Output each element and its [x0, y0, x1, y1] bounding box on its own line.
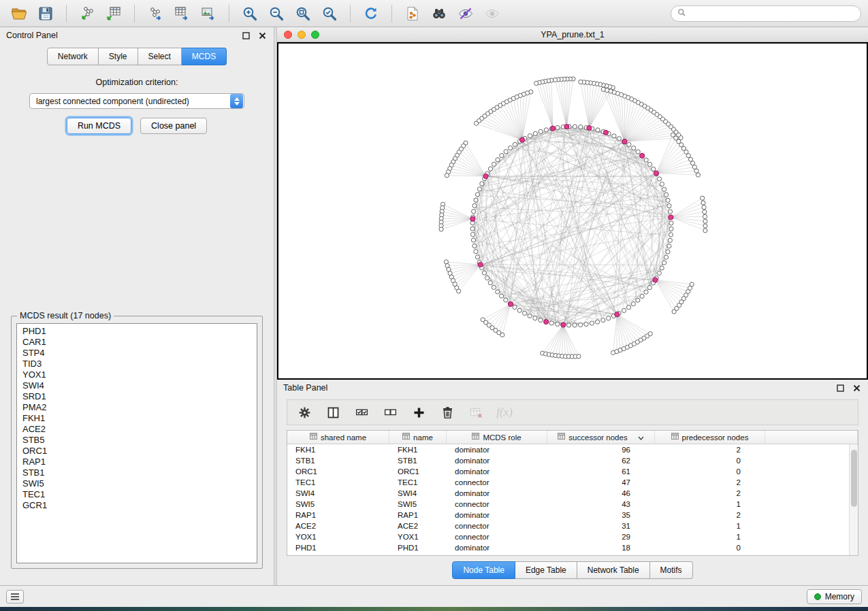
- table-row[interactable]: SWI4SWI4dominator462: [287, 488, 858, 499]
- mcds-result-node[interactable]: STB5: [17, 435, 257, 446]
- tab-select[interactable]: Select: [138, 48, 182, 65]
- mcds-result-list[interactable]: PHD1CAR1STP4TID3YOX1SWI4SRD1PMA2FKH1ACE2…: [16, 323, 257, 563]
- mcds-result-node[interactable]: ORC1: [17, 446, 257, 457]
- optimization-criterion-select[interactable]: largest connected component (undirected): [29, 93, 244, 109]
- zoom-in-icon[interactable]: [238, 3, 262, 24]
- mcds-result-node[interactable]: TID3: [17, 359, 257, 369]
- mcds-result-node[interactable]: SWI5: [17, 478, 257, 489]
- table-scrollbar[interactable]: [849, 444, 858, 555]
- control-panel: Control Panel NetworkStyleSelectMCDS Opt…: [0, 27, 274, 585]
- close-table-panel-icon[interactable]: [851, 382, 862, 393]
- deselect-all-rows-icon[interactable]: [380, 403, 400, 422]
- clear-table-icon[interactable]: [466, 403, 486, 422]
- network-window-titlebar[interactable]: YPA_prune.txt_1: [277, 27, 868, 42]
- cell-predecessor-nodes: 0: [655, 466, 765, 477]
- column-header-mcds-role[interactable]: MCDS role: [447, 431, 547, 444]
- memory-button[interactable]: Memory: [807, 589, 862, 604]
- zoom-fit-icon[interactable]: [291, 3, 315, 24]
- toolbar-icon-group: [7, 3, 504, 24]
- table-row[interactable]: TEC1TEC1connector472: [287, 477, 858, 488]
- sort-indicator-icon[interactable]: [631, 433, 644, 442]
- mcds-result-node[interactable]: TEC1: [17, 489, 257, 500]
- tab-motifs[interactable]: Motifs: [650, 561, 693, 579]
- open-session-icon[interactable]: [7, 3, 31, 24]
- find-icon[interactable]: [427, 3, 451, 24]
- float-table-panel-icon[interactable]: [835, 382, 846, 393]
- column-header-name[interactable]: name: [389, 431, 447, 444]
- settings-gear-icon[interactable]: [294, 403, 315, 422]
- tab-network[interactable]: Network: [47, 48, 99, 65]
- mcds-result-node[interactable]: PHD1: [17, 326, 257, 337]
- tab-mcds[interactable]: MCDS: [182, 48, 227, 65]
- memory-button-label: Memory: [825, 592, 854, 601]
- export-image-icon[interactable]: [196, 3, 221, 24]
- close-mcds-panel-button[interactable]: Close panel: [140, 118, 207, 134]
- close-window-icon[interactable]: [284, 31, 292, 39]
- cell-name: SWI5: [389, 499, 447, 510]
- filter-hide-icon[interactable]: [453, 3, 478, 24]
- mcds-result-node[interactable]: SWI4: [17, 380, 257, 391]
- table-row[interactable]: SWI5SWI5connector431: [287, 499, 858, 510]
- mcds-result-node[interactable]: RAP1: [17, 457, 257, 467]
- cell-mcds-role: dominator: [447, 444, 547, 455]
- zoom-window-icon[interactable]: [311, 31, 319, 39]
- column-header-successor-nodes[interactable]: successor nodes: [547, 431, 655, 444]
- function-builder-icon[interactable]: f(x): [494, 403, 515, 422]
- float-panel-icon[interactable]: [240, 30, 251, 41]
- mcds-result-node[interactable]: ACE2: [17, 424, 257, 435]
- run-mcds-button[interactable]: Run MCDS: [67, 118, 131, 134]
- mcds-result-node[interactable]: FKH1: [17, 413, 257, 424]
- table-panel-title: Table Panel: [283, 383, 829, 393]
- mcds-result-group: MCDS result (17 nodes) PHD1CAR1STP4TID3Y…: [11, 316, 263, 569]
- search-input[interactable]: [690, 9, 854, 18]
- cell-successor-nodes: 29: [547, 531, 655, 542]
- mcds-result-node[interactable]: STB1: [17, 467, 257, 478]
- export-network-icon[interactable]: [143, 3, 167, 24]
- tab-style[interactable]: Style: [99, 48, 138, 65]
- cell-name: SWI4: [389, 488, 447, 499]
- table-row[interactable]: PHD1PHD1dominator180: [287, 542, 858, 553]
- refresh-layout-icon[interactable]: [359, 3, 383, 24]
- cell-predecessor-nodes: 0: [655, 542, 765, 553]
- cell-predecessor-nodes: 2: [655, 444, 765, 455]
- mcds-result-node[interactable]: CAR1: [17, 337, 257, 348]
- table-row[interactable]: ORC1ORC1dominator610: [287, 466, 858, 477]
- tab-node-table[interactable]: Node Table: [452, 561, 515, 579]
- toolbar-separator: [66, 5, 67, 22]
- mcds-result-node[interactable]: STP4: [17, 348, 257, 359]
- tab-edge-table[interactable]: Edge Table: [515, 561, 577, 579]
- cell-filler: [765, 444, 858, 455]
- select-all-rows-icon[interactable]: [351, 403, 372, 422]
- table-row[interactable]: FKH1FKH1dominator962: [287, 444, 858, 455]
- show-all-icon[interactable]: [480, 3, 504, 24]
- search-box[interactable]: [671, 5, 861, 22]
- table-row[interactable]: ACE2ACE2connector311: [287, 521, 858, 531]
- zoom-out-icon[interactable]: [264, 3, 289, 24]
- add-column-icon[interactable]: [408, 403, 429, 422]
- status-menu-button[interactable]: [6, 590, 24, 604]
- column-header-predecessor-nodes[interactable]: predecessor nodes: [655, 431, 765, 444]
- zoom-selected-icon[interactable]: [317, 3, 342, 24]
- save-session-icon[interactable]: [33, 3, 58, 24]
- mcds-result-node[interactable]: GCR1: [17, 500, 257, 511]
- table-row[interactable]: STB1STB1dominator620: [287, 455, 858, 466]
- network-canvas[interactable]: [277, 42, 868, 380]
- mcds-result-node[interactable]: YOX1: [17, 369, 257, 380]
- tab-network-table[interactable]: Network Table: [577, 561, 650, 579]
- minimize-window-icon[interactable]: [298, 31, 306, 39]
- import-network-icon[interactable]: [75, 3, 99, 24]
- table-row[interactable]: YOX1YOX1connector291: [287, 531, 858, 542]
- import-table-icon[interactable]: [101, 3, 126, 24]
- export-table-icon[interactable]: [170, 3, 194, 24]
- delete-column-icon[interactable]: [437, 403, 457, 422]
- mcds-result-node[interactable]: SRD1: [17, 391, 257, 402]
- close-panel-icon[interactable]: [257, 30, 268, 41]
- cell-name: TEC1: [389, 477, 447, 488]
- table-row[interactable]: RAP1RAP1dominator352: [287, 510, 858, 521]
- scrollbar-thumb[interactable]: [851, 450, 857, 507]
- mcds-result-node[interactable]: PMA2: [17, 402, 257, 413]
- show-columns-icon[interactable]: [323, 403, 343, 422]
- cell-name: YOX1: [389, 531, 447, 542]
- network-from-selection-icon[interactable]: [400, 3, 425, 24]
- column-header-shared-name[interactable]: shared name: [287, 431, 389, 444]
